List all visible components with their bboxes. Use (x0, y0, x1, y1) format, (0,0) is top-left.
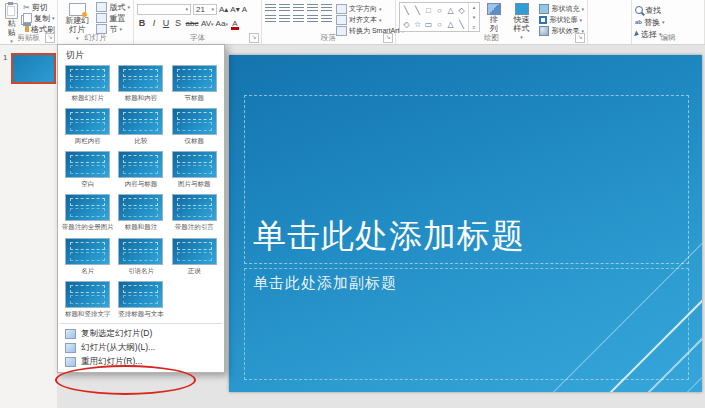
ribbon-group-clipboard: 粘贴 ▾ ✂ 剪切 复制 ▾ 格式刷 (0, 0, 58, 44)
layout-option[interactable]: 竖排标题与文本 (114, 277, 167, 320)
layout-option[interactable]: 标题和竖排文字 (61, 277, 114, 320)
layout-option[interactable]: 内容与标题 (114, 147, 167, 190)
shape-icon[interactable]: ○ (435, 20, 444, 29)
replace-icon: ab (635, 19, 642, 25)
columns-icon[interactable] (321, 15, 332, 23)
shape-fill-button[interactable]: 形状填充 ▾ (539, 4, 584, 13)
layout-option[interactable]: 仅标题 (168, 104, 221, 147)
scroll-down-icon[interactable]: ▾ (473, 14, 476, 20)
layout-option[interactable]: 带题注的引言 (168, 190, 221, 233)
layout-label: 节标题 (185, 94, 205, 101)
dialog-launcher-icon[interactable]: ↘ (45, 33, 55, 43)
align-right-icon[interactable] (293, 15, 304, 23)
change-case-button[interactable]: Aa▾ (216, 19, 228, 28)
new-slide-icon (69, 3, 86, 16)
title-placeholder[interactable]: 单击此处添加标题 (244, 95, 689, 264)
layout-option[interactable]: 空白 (61, 147, 114, 190)
shape-icon[interactable]: ╲ (457, 20, 466, 29)
numbering-icon[interactable] (279, 4, 290, 12)
chevron-down-icon: ▾ (225, 21, 228, 27)
layout-option[interactable]: 两栏内容 (61, 104, 114, 147)
find-button[interactable]: 查找 (635, 5, 701, 15)
shape-icon[interactable]: ◇ (457, 6, 466, 15)
menu-command[interactable]: 复制选定幻灯片(D) (58, 327, 224, 341)
strikethrough-button[interactable]: abc (185, 19, 199, 28)
slide-thumbnail-1[interactable] (11, 53, 56, 84)
shape-icon[interactable]: ▭ (424, 20, 433, 29)
reset-button[interactable]: 重置 (96, 13, 130, 23)
cut-button[interactable]: ✂ 剪切 (23, 2, 55, 12)
increase-indent-icon[interactable] (307, 4, 318, 12)
shape-icon[interactable]: ◇ (402, 20, 411, 29)
dialog-launcher-icon[interactable]: ↘ (575, 33, 585, 43)
line-spacing-icon[interactable] (321, 4, 332, 12)
slide-thumbnail-panel: 1 (0, 45, 58, 408)
ribbon-group-font: ▾ 21 ▾ A▴ A▾ A B I U S abc AV▾ Aa▾ A 字 (134, 0, 262, 44)
shape-outline-button[interactable]: 形状轮廓 ▾ (539, 15, 584, 24)
layout-option[interactable]: 图片与标题 (168, 147, 221, 190)
align-left-icon[interactable] (265, 15, 276, 23)
menu-command[interactable]: 幻灯片(从大纲)(L)... (58, 341, 224, 355)
bullets-icon[interactable] (265, 4, 276, 12)
justify-icon[interactable] (307, 15, 318, 23)
layout-option[interactable]: 标题和内容 (114, 61, 167, 104)
slide-editing-area[interactable]: 单击此处添加标题 单击此处添加副标题 (229, 55, 702, 392)
powerpoint-window: 粘贴 ▾ ✂ 剪切 复制 ▾ 格式刷 (0, 0, 705, 408)
reset-label: 重置 (109, 13, 125, 24)
shapes-gallery[interactable]: ╲╲□○△◇ ◇☆▭○△╲ ▴ ▾ ≡ (399, 2, 480, 32)
increase-font-size-button[interactable]: A▴ (219, 5, 228, 14)
font-color-button[interactable]: A (230, 19, 240, 28)
layout-option[interactable]: 正误 (168, 234, 221, 277)
align-text-button[interactable]: 对齐文本 ▾ (336, 15, 404, 24)
bold-button[interactable]: B (137, 18, 147, 28)
scroll-up-icon[interactable]: ▴ (473, 4, 476, 10)
underline-button[interactable]: U (161, 18, 171, 28)
layout-option[interactable]: 名片 (61, 234, 114, 277)
group-label-paragraph: 段落 (262, 33, 395, 43)
layout-thumbnail (118, 65, 163, 92)
align-center-icon[interactable] (279, 15, 290, 23)
decrease-font-size-button[interactable]: A▾ (230, 5, 239, 14)
shape-icon[interactable]: ╲ (413, 6, 422, 15)
layout-option[interactable]: 带题注的全景图片 (61, 190, 114, 233)
clear-formatting-button[interactable]: A (242, 5, 247, 14)
shape-icon[interactable]: □ (424, 6, 433, 15)
subtitle-placeholder[interactable]: 单击此处添加副标题 (244, 268, 689, 380)
shape-icon[interactable]: ╲ (402, 6, 411, 15)
chevron-down-icon: ▾ (185, 6, 188, 12)
shape-icon[interactable]: △ (446, 20, 455, 29)
layout-button[interactable]: 版式 ▾ (96, 2, 130, 12)
decrease-indent-icon[interactable] (293, 4, 304, 12)
search-icon (635, 6, 643, 14)
copy-button[interactable]: 复制 ▾ (23, 13, 55, 23)
layout-thumbnail (172, 238, 217, 265)
shape-icon[interactable]: △ (446, 6, 455, 15)
layout-label: 标题和内容 (125, 94, 158, 101)
dialog-launcher-icon[interactable]: ↘ (249, 33, 259, 43)
ribbon-group-editing: 查找 ab 替换 ▾ 选择 ▾ 编辑 (631, 0, 705, 44)
dialog-launcher-icon[interactable]: ↘ (383, 33, 393, 43)
font-size-combo[interactable]: 21 ▾ (193, 4, 217, 15)
layout-option[interactable]: 引语名片 (114, 234, 167, 277)
menu-command[interactable]: 重用幻灯片(R)... (58, 355, 224, 369)
text-shadow-button[interactable]: S (173, 18, 183, 28)
layout-option[interactable]: 比较 (114, 104, 167, 147)
replace-button[interactable]: ab 替换 ▾ (635, 17, 701, 27)
shape-icon[interactable]: ☆ (413, 20, 422, 29)
group-label-editing: 编辑 (632, 33, 704, 43)
layout-option[interactable]: 标题幻灯片 (61, 61, 114, 104)
subtitle-placeholder-text: 单击此处添加副标题 (245, 269, 688, 298)
layout-option[interactable]: 标题和题注 (114, 190, 167, 233)
gallery-more-icon[interactable]: ≡ (473, 24, 476, 30)
character-spacing-button[interactable]: AV▾ (201, 19, 214, 28)
copy-label: 复制 (34, 13, 50, 24)
copy-icon (23, 13, 32, 23)
shape-icon[interactable]: ○ (435, 6, 444, 15)
text-direction-button[interactable]: 文字方向 ▾ (336, 4, 404, 13)
font-name-combo[interactable]: ▾ (137, 4, 191, 15)
italic-button[interactable]: I (149, 18, 159, 28)
shapes-gallery-scrollbar[interactable]: ▴ ▾ ≡ (468, 3, 479, 31)
layout-option[interactable]: 节标题 (168, 61, 221, 104)
layout-thumbnail (65, 151, 110, 178)
align-text-icon (336, 15, 347, 25)
